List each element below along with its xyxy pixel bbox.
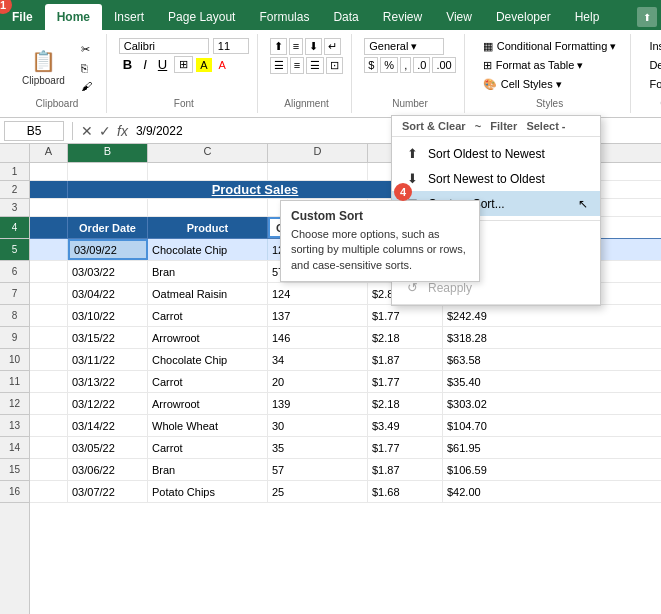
align-center-button[interactable]: ≡ xyxy=(290,57,304,74)
table-row[interactable]: 03/14/22 Whole Wheat 30 $3.49 $104.70 xyxy=(30,415,661,437)
cell-d10[interactable]: 34 xyxy=(268,349,368,370)
tab-developer[interactable]: Developer xyxy=(484,4,563,30)
cell-d16[interactable]: 25 xyxy=(268,481,368,502)
cell-a11[interactable] xyxy=(30,371,68,392)
insert-function-icon[interactable]: fx xyxy=(117,123,128,139)
align-top-button[interactable]: ⬆ xyxy=(270,38,287,55)
cell-b5[interactable]: 03/09/22 xyxy=(68,239,148,260)
format-painter-button[interactable]: 🖌 xyxy=(75,78,98,94)
align-middle-button[interactable]: ≡ xyxy=(289,38,303,55)
tab-pagelayout[interactable]: Page Layout xyxy=(156,4,247,30)
cell-a8[interactable] xyxy=(30,305,68,326)
comma-button[interactable]: , xyxy=(400,57,411,73)
custom-sort-item[interactable]: 4 ⊞ Custom Sort... ↖ xyxy=(392,191,600,216)
cell-c7[interactable]: Oatmeal Raisin xyxy=(148,283,268,304)
merge-center-button[interactable]: ⊡ xyxy=(326,57,343,74)
cell-d8[interactable]: 137 xyxy=(268,305,368,326)
cell-a6[interactable] xyxy=(30,261,68,282)
cell-c3[interactable] xyxy=(148,199,268,216)
cell-b16[interactable]: 03/07/22 xyxy=(68,481,148,502)
cell-f10[interactable]: $63.58 xyxy=(443,349,661,370)
cell-a5[interactable] xyxy=(30,239,68,260)
cell-e9[interactable]: $2.18 xyxy=(368,327,443,348)
cell-b11[interactable]: 03/13/22 xyxy=(68,371,148,392)
cell-e11[interactable]: $1.77 xyxy=(368,371,443,392)
delete-cells-button[interactable]: Delete ▾ xyxy=(643,57,661,74)
cell-d9[interactable]: 146 xyxy=(268,327,368,348)
cell-d12[interactable]: 139 xyxy=(268,393,368,414)
insert-cells-button[interactable]: Insert ▾ xyxy=(643,38,661,55)
cell-a4[interactable] xyxy=(30,217,68,238)
cell-f13[interactable]: $104.70 xyxy=(443,415,661,436)
cancel-formula-icon[interactable]: ✕ xyxy=(81,123,93,139)
cell-a13[interactable] xyxy=(30,415,68,436)
cell-a16[interactable] xyxy=(30,481,68,502)
cell-c12[interactable]: Arrowroot xyxy=(148,393,268,414)
cell-a7[interactable] xyxy=(30,283,68,304)
cell-d3[interactable] xyxy=(268,199,368,216)
italic-button[interactable]: I xyxy=(139,56,151,73)
cell-f14[interactable]: $61.95 xyxy=(443,437,661,458)
cell-c16[interactable]: Potato Chips xyxy=(148,481,268,502)
cell-b1[interactable] xyxy=(68,163,148,180)
reapply-item[interactable]: ↺ Reapply xyxy=(392,275,600,300)
currency-button[interactable]: $ xyxy=(364,57,378,73)
cell-c15[interactable]: Bran xyxy=(148,459,268,480)
cell-c5[interactable]: Chocolate Chip xyxy=(148,239,268,260)
cell-e12[interactable]: $2.18 xyxy=(368,393,443,414)
align-bottom-button[interactable]: ⬇ xyxy=(305,38,322,55)
table-row[interactable]: 03/06/22 Bran 57 $1.87 $106.59 xyxy=(30,459,661,481)
conditional-formatting-button[interactable]: ▦ Conditional Formatting ▾ xyxy=(477,38,623,55)
paste-button[interactable]: 📋 Clipboard xyxy=(16,45,71,90)
cell-a14[interactable] xyxy=(30,437,68,458)
format-as-table-button[interactable]: ⊞ Format as Table ▾ xyxy=(477,57,590,74)
font-family-select[interactable]: Calibri xyxy=(119,38,209,54)
number-format-select[interactable]: General ▾ xyxy=(364,38,444,55)
table-row[interactable]: 03/15/22 Arrowroot 146 $2.18 $318.28 xyxy=(30,327,661,349)
cut-button[interactable]: ✂ xyxy=(75,41,98,58)
tab-home[interactable]: Home 1 xyxy=(45,4,102,30)
table-row[interactable]: 03/05/22 Carrot 35 $1.77 $61.95 xyxy=(30,437,661,459)
table-row[interactable]: 03/07/22 Potato Chips 25 $1.68 $42.00 xyxy=(30,481,661,503)
cell-b9[interactable]: 03/15/22 xyxy=(68,327,148,348)
cell-a1[interactable] xyxy=(30,163,68,180)
cell-a9[interactable] xyxy=(30,327,68,348)
cell-d15[interactable]: 57 xyxy=(268,459,368,480)
cell-e15[interactable]: $1.87 xyxy=(368,459,443,480)
cell-a12[interactable] xyxy=(30,393,68,414)
cell-d1[interactable] xyxy=(268,163,368,180)
cell-d7[interactable]: 124 xyxy=(268,283,368,304)
cell-a15[interactable] xyxy=(30,459,68,480)
cell-reference-input[interactable] xyxy=(4,121,64,141)
header-product[interactable]: Product xyxy=(148,217,268,238)
cell-b6[interactable]: 03/03/22 xyxy=(68,261,148,282)
font-size-select[interactable]: 11 xyxy=(213,38,249,54)
col-header-c[interactable]: C xyxy=(148,144,268,162)
increase-decimal-button[interactable]: .00 xyxy=(432,57,455,73)
col-header-d[interactable]: D xyxy=(268,144,368,162)
cell-f12[interactable]: $303.02 xyxy=(443,393,661,414)
align-left-button[interactable]: ☰ xyxy=(270,57,288,74)
copy-button[interactable]: ⎘ xyxy=(75,60,98,76)
tab-insert[interactable]: Insert xyxy=(102,4,156,30)
cell-c11[interactable]: Carrot xyxy=(148,371,268,392)
tab-view[interactable]: View xyxy=(434,4,484,30)
table-row[interactable]: 03/13/22 Carrot 20 $1.77 $35.40 xyxy=(30,371,661,393)
cell-f16[interactable]: $42.00 xyxy=(443,481,661,502)
decrease-decimal-button[interactable]: .0 xyxy=(413,57,430,73)
cell-d5[interactable]: 125 xyxy=(268,239,368,260)
table-row[interactable]: 03/10/22 Carrot 137 $1.77 $242.49 xyxy=(30,305,661,327)
bold-button[interactable]: B xyxy=(119,56,136,73)
cell-styles-button[interactable]: 🎨 Cell Styles ▾ xyxy=(477,76,568,93)
header-units[interactable]: Custom Sort xyxy=(268,217,368,238)
border-button[interactable]: ⊞ xyxy=(174,56,193,73)
fill-color-button[interactable]: A xyxy=(196,58,211,72)
cell-f8[interactable]: $242.49 xyxy=(443,305,661,326)
cell-a2[interactable] xyxy=(30,181,68,198)
cell-d6[interactable]: 57 xyxy=(268,261,368,282)
cell-c9[interactable]: Arrowroot xyxy=(148,327,268,348)
cell-e13[interactable]: $3.49 xyxy=(368,415,443,436)
cell-f9[interactable]: $318.28 xyxy=(443,327,661,348)
cell-c6[interactable]: Bran xyxy=(148,261,268,282)
cell-e10[interactable]: $1.87 xyxy=(368,349,443,370)
